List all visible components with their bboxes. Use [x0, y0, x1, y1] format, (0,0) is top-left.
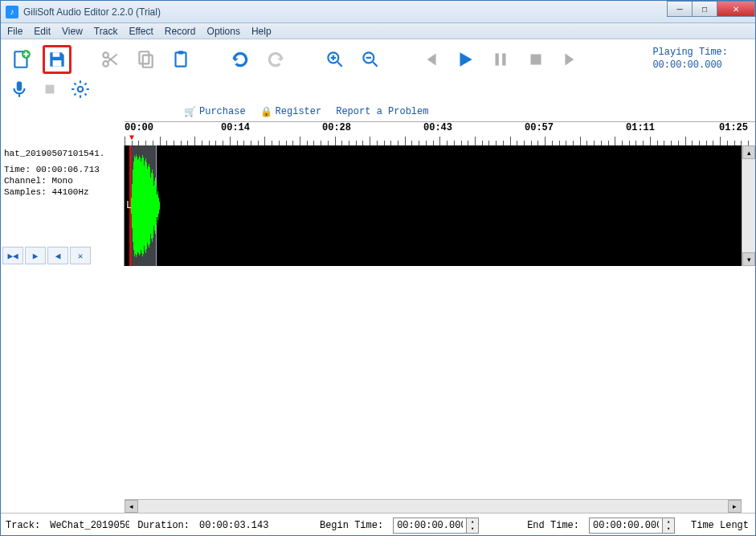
- begin-time-input[interactable]: ▴▾: [393, 518, 479, 534]
- begin-time-down[interactable]: ▾: [467, 526, 478, 533]
- cut-button[interactable]: [96, 45, 125, 74]
- ruler-gutter: [1, 121, 125, 145]
- track-close-button[interactable]: ✕: [70, 247, 91, 264]
- register-label: Register: [276, 106, 322, 117]
- copy-icon: [135, 49, 156, 70]
- stop-record-button[interactable]: [38, 78, 62, 100]
- scroll-right-button[interactable]: ▸: [728, 500, 742, 513]
- link-row: 🛒 Purchase 🔒 Register Report a Problem: [7, 102, 749, 121]
- menu-help[interactable]: Help: [251, 26, 272, 37]
- playhead-marker-icon: ▼: [129, 133, 134, 142]
- status-track-label: Track:: [6, 520, 40, 531]
- minimize-button[interactable]: ─: [667, 1, 693, 17]
- menu-record[interactable]: Record: [165, 26, 196, 37]
- menu-bar: File Edit View Track Effect Record Optio…: [1, 23, 755, 39]
- menu-view[interactable]: View: [62, 26, 83, 37]
- report-problem-link[interactable]: Report a Problem: [336, 106, 428, 117]
- app-icon: ♪: [6, 6, 18, 18]
- stop-small-icon: [39, 79, 60, 100]
- play-button[interactable]: [451, 45, 480, 74]
- stop-icon: [525, 49, 546, 70]
- horizontal-scrollbar[interactable]: ◂ ▸: [125, 499, 742, 513]
- track-rewind-button[interactable]: ▶◀: [2, 247, 23, 264]
- track-samples: Samples: 44100Hz: [4, 187, 121, 197]
- toolbar: Playing Time: 00:00:00.000 🛒 Purchase 🔒 …: [1, 39, 755, 121]
- playing-time-label: Playing Time:: [652, 47, 728, 59]
- redo-button[interactable]: [261, 45, 290, 74]
- playing-time-display: Playing Time: 00:00:00.000: [652, 47, 749, 72]
- menu-options[interactable]: Options: [207, 26, 240, 37]
- ruler-label: 01:25: [719, 122, 748, 133]
- maximize-button[interactable]: □: [692, 1, 717, 17]
- purchase-label: Purchase: [199, 106, 246, 117]
- svg-rect-3: [53, 60, 62, 67]
- end-time-input[interactable]: ▴▾: [589, 518, 675, 534]
- timeline-ruler[interactable]: 00:00 00:14 00:28 00:43 00:57 01:11 01:2…: [125, 121, 755, 145]
- skip-start-button[interactable]: [415, 45, 444, 74]
- scroll-up-button[interactable]: ▴: [742, 145, 755, 159]
- close-button[interactable]: ✕: [717, 1, 755, 17]
- window-title: GiliSoft Audio Editor 2.2.0 (Trial): [23, 6, 668, 18]
- svg-rect-8: [176, 52, 186, 66]
- redo-icon: [265, 49, 286, 70]
- pause-button[interactable]: [486, 45, 515, 74]
- ruler-label: 00:43: [423, 122, 452, 133]
- undo-icon: [230, 49, 251, 70]
- track-info-panel: hat_20190507101541. Time: 00:00:06.713 C…: [1, 145, 125, 266]
- vertical-scrollbar[interactable]: ▴ ▾: [742, 145, 755, 266]
- begin-time-up[interactable]: ▴: [467, 518, 478, 526]
- new-file-button[interactable]: [7, 45, 36, 74]
- window-controls: ─ □ ✕: [668, 1, 755, 23]
- scroll-left-button[interactable]: ◂: [125, 500, 138, 513]
- skip-end-button[interactable]: [557, 45, 586, 74]
- register-link[interactable]: 🔒 Register: [260, 106, 322, 118]
- ruler-label: 00:14: [221, 122, 250, 133]
- svg-rect-16: [46, 85, 55, 94]
- vscroll-track[interactable]: [742, 159, 755, 252]
- svg-rect-6: [139, 51, 149, 63]
- settings-button[interactable]: [68, 78, 92, 100]
- begin-time-field[interactable]: [394, 520, 466, 531]
- menu-edit[interactable]: Edit: [34, 26, 51, 37]
- track-name: hat_20190507101541.: [4, 149, 121, 158]
- waveform-canvas[interactable]: L: [125, 145, 742, 266]
- paste-button[interactable]: [166, 45, 195, 74]
- record-mic-button[interactable]: [7, 78, 31, 100]
- menu-file[interactable]: File: [7, 26, 22, 37]
- track-play-button[interactable]: ▶: [25, 247, 46, 264]
- save-icon: [47, 49, 67, 70]
- purchase-link[interactable]: 🛒 Purchase: [184, 106, 246, 118]
- stop-button[interactable]: [521, 45, 550, 74]
- pause-icon: [490, 49, 511, 70]
- clipboard-icon: [170, 49, 191, 70]
- svg-rect-12: [496, 53, 499, 65]
- waveform-bars: [131, 153, 160, 258]
- svg-rect-14: [531, 55, 541, 65]
- microphone-icon: [9, 79, 30, 100]
- end-time-up[interactable]: ▴: [663, 518, 674, 526]
- end-time-field[interactable]: [590, 520, 662, 531]
- title-bar: ♪ GiliSoft Audio Editor 2.2.0 (Trial) ─ …: [1, 1, 755, 23]
- track-back-button[interactable]: ◀: [47, 247, 68, 264]
- svg-rect-15: [17, 81, 22, 91]
- save-button[interactable]: [43, 45, 72, 74]
- end-time-down[interactable]: ▾: [663, 526, 674, 533]
- undo-button[interactable]: [226, 45, 255, 74]
- report-label: Report a Problem: [336, 106, 428, 117]
- zoom-out-button[interactable]: [356, 45, 385, 74]
- menu-track[interactable]: Track: [94, 26, 118, 37]
- track-time: Time: 00:00:06.713: [4, 165, 121, 174]
- svg-rect-13: [502, 53, 505, 65]
- play-icon: [455, 49, 476, 70]
- svg-rect-7: [143, 55, 153, 68]
- svg-rect-9: [178, 51, 184, 54]
- skip-start-icon: [419, 49, 440, 70]
- menu-effect[interactable]: Effect: [129, 26, 153, 37]
- status-begin-label: Begin Time:: [320, 520, 383, 531]
- copy-button[interactable]: [131, 45, 160, 74]
- hscroll-track[interactable]: [138, 500, 728, 513]
- zoom-in-button[interactable]: [321, 45, 349, 74]
- playing-time-value: 00:00:00.000: [652, 59, 728, 72]
- scissors-icon: [100, 49, 121, 70]
- scroll-down-button[interactable]: ▾: [742, 252, 755, 266]
